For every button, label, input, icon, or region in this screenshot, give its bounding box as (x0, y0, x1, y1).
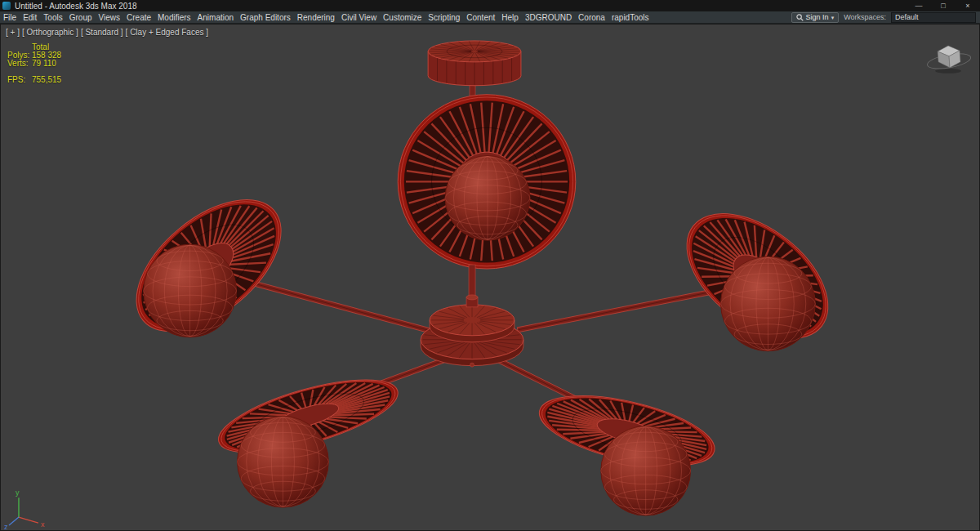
workspaces-select[interactable]: Default (891, 12, 976, 23)
menu-rapidtools[interactable]: rapidTools (608, 11, 653, 24)
viewport-label-segment[interactable]: [ Standard ] (81, 28, 123, 37)
maximize-button[interactable]: □ (931, 0, 956, 11)
menu-customize[interactable]: Customize (380, 11, 425, 24)
chevron-down-icon: ▾ (831, 12, 835, 23)
menu-scripting[interactable]: Scripting (425, 11, 463, 24)
menu-group[interactable]: Group (66, 11, 96, 24)
menu-help[interactable]: Help (498, 11, 522, 24)
menu-3dground[interactable]: 3DGROUND (522, 11, 575, 24)
menu-views[interactable]: Views (96, 11, 124, 24)
viewport-canvas[interactable]: yxz (1, 25, 979, 530)
menu-civil-view[interactable]: Civil View (338, 11, 380, 24)
window-controls: — □ × (906, 0, 980, 11)
statistics-overlay: Total Polys: 158 328 Verts: 79 110 FPS: … (7, 43, 61, 84)
title-bar: Untitled - Autodesk 3ds Max 2018 — □ × (0, 0, 980, 11)
axis-y-label: y (16, 489, 20, 497)
menu-file[interactable]: File (0, 11, 20, 24)
stats-fps-value: 755,515 (32, 76, 61, 84)
viewport-label-segment[interactable]: [ Orthographic ] (22, 28, 78, 37)
menu-items: FileEditToolsGroupViewsCreateModifiersAn… (0, 11, 787, 24)
stats-fps-label: FPS: (7, 76, 32, 84)
model-chandelier[interactable] (113, 41, 851, 515)
close-button[interactable]: × (956, 0, 980, 11)
sign-in-control[interactable]: Sign In ▾ (791, 12, 840, 23)
workspaces-label: Workspaces: (844, 13, 886, 21)
viewport-label-segment[interactable]: [ + ] (6, 28, 20, 37)
menu-corona[interactable]: Corona (575, 11, 608, 24)
menu-animation[interactable]: Animation (194, 11, 237, 24)
workspaces-value: Default (895, 13, 919, 21)
menu-edit[interactable]: Edit (20, 11, 40, 24)
axis-tripod: yxz (4, 489, 45, 530)
stats-verts-value: 79 110 (32, 60, 56, 68)
menu-rendering[interactable]: Rendering (294, 11, 338, 24)
viewport[interactable]: [ + ][ Orthographic ][ Standard ][ Clay … (0, 24, 980, 531)
menubar-right: Sign In ▾ Workspaces: Default (787, 12, 980, 23)
stats-verts-label: Verts: (7, 60, 32, 68)
window-title: Untitled - Autodesk 3ds Max 2018 (15, 2, 137, 11)
menu-bar: FileEditToolsGroupViewsCreateModifiersAn… (0, 11, 980, 24)
axis-x-label: x (41, 520, 45, 529)
menu-tools[interactable]: Tools (40, 11, 65, 24)
minimize-button[interactable]: — (906, 0, 931, 11)
viewcube[interactable] (926, 46, 972, 74)
app-window: Untitled - Autodesk 3ds Max 2018 — □ × F… (0, 0, 980, 531)
menu-graph-editors[interactable]: Graph Editors (237, 11, 294, 24)
viewport-label-segment[interactable]: [ Clay + Edged Faces ] (126, 28, 208, 37)
menu-create[interactable]: Create (123, 11, 154, 24)
app-icon (2, 2, 11, 10)
menu-content[interactable]: Content (463, 11, 498, 24)
viewport-label: [ + ][ Orthographic ][ Standard ][ Clay … (6, 28, 208, 37)
sign-in-label: Sign In (806, 13, 829, 21)
search-icon (796, 14, 804, 21)
axis-z-label: z (4, 523, 8, 530)
menu-modifiers[interactable]: Modifiers (154, 11, 194, 24)
